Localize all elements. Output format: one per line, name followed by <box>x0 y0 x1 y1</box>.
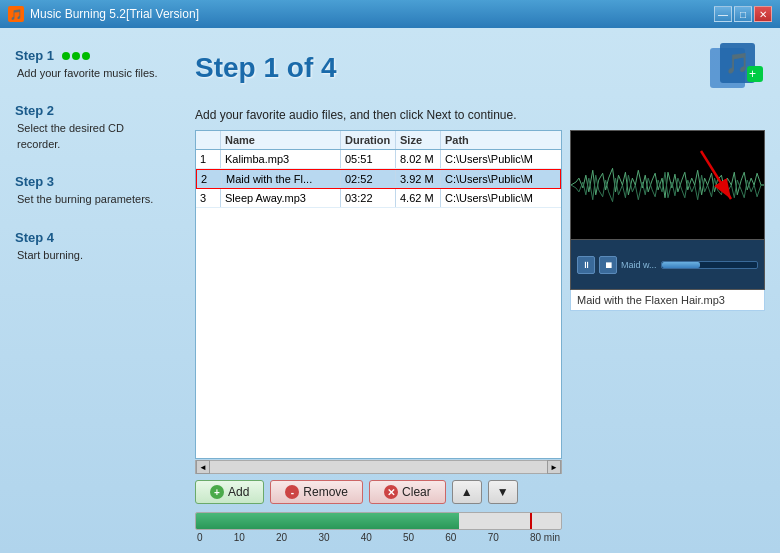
row3-name: Sleep Away.mp3 <box>221 189 341 207</box>
svg-text:🎵: 🎵 <box>725 51 750 75</box>
row1-path: C:\Users\Public\M <box>441 150 561 168</box>
row2-num: 2 <box>197 170 222 188</box>
dot-3 <box>82 52 90 60</box>
content-area: Step 1 of 4 🎵 + Add your favorite audio … <box>185 28 780 553</box>
step-4-desc: Start burning. <box>15 248 170 263</box>
add-button[interactable]: + Add <box>195 480 264 504</box>
timeline-fill <box>196 513 459 529</box>
row3-path: C:\Users\Public\M <box>441 189 561 207</box>
timeline-area: 0 10 20 30 40 50 60 70 80 min <box>195 512 562 543</box>
row2-name: Maid with the Fl... <box>222 170 341 188</box>
clear-button[interactable]: ✕ Clear <box>369 480 446 504</box>
preview-track-label: Maid with the Flaxen Hair.mp3 <box>570 290 765 311</box>
instruction-text: Add your favorite audio files, and then … <box>195 108 765 122</box>
empty-table-area <box>196 208 561 288</box>
col-path: Path <box>441 131 561 149</box>
row1-duration: 05:51 <box>341 150 396 168</box>
move-down-button[interactable]: ▼ <box>488 480 518 504</box>
table-header: Name Duration Size Path <box>196 131 561 150</box>
remove-icon: - <box>285 485 299 499</box>
col-name: Name <box>221 131 341 149</box>
col-size: Size <box>396 131 441 149</box>
row1-num: 1 <box>196 150 221 168</box>
move-up-button[interactable]: ▲ <box>452 480 482 504</box>
main-container: Step 1 Add your favorite music files. St… <box>0 28 780 553</box>
title-bar: 🎵 Music Burning 5.2[Trial Version] — □ ✕ <box>0 0 780 28</box>
horizontal-scrollbar[interactable]: ◄ ► <box>195 460 562 474</box>
scroll-track[interactable] <box>210 461 547 473</box>
player-progress-bar[interactable] <box>661 261 758 269</box>
stop-button[interactable]: ⏹ <box>599 256 617 274</box>
timeline-labels: 0 10 20 30 40 50 60 70 80 min <box>195 532 562 543</box>
step-3-desc: Set the burning parameters. <box>15 192 170 207</box>
preview-panel: ⏸ ⏹ Maid w... Maid with the Flaxen Hair.… <box>570 130 765 543</box>
svg-text:+: + <box>749 67 756 81</box>
table-row[interactable]: 1 Kalimba.mp3 05:51 8.02 M C:\Users\Publ… <box>196 150 561 169</box>
timeline-marker <box>530 513 532 529</box>
step-2-title: Step 2 <box>15 103 170 118</box>
row3-num: 3 <box>196 189 221 207</box>
waveform-svg <box>571 131 764 239</box>
step-1-dots <box>62 52 90 60</box>
header-section: Step 1 of 4 🎵 + <box>195 38 765 98</box>
dot-2 <box>72 52 80 60</box>
player-progress-fill <box>662 262 700 268</box>
file-table: Name Duration Size Path 1 Kalimba.mp3 05… <box>195 130 562 459</box>
close-button[interactable]: ✕ <box>754 6 772 22</box>
add-icon: + <box>210 485 224 499</box>
file-action-buttons: + Add - Remove ✕ Clear ▲ ▼ <box>195 480 562 504</box>
col-duration: Duration <box>341 131 396 149</box>
table-section: Name Duration Size Path 1 Kalimba.mp3 05… <box>195 130 562 543</box>
scroll-right-arrow[interactable]: ► <box>547 460 561 474</box>
sidebar-step-4: Step 4 Start burning. <box>15 230 170 263</box>
waveform-area <box>570 130 765 240</box>
col-num <box>196 131 221 149</box>
window-controls: — □ ✕ <box>714 6 772 22</box>
table-row[interactable]: 2 Maid with the Fl... 02:52 3.92 M C:\Us… <box>196 169 561 189</box>
dot-1 <box>62 52 70 60</box>
sidebar-step-3: Step 3 Set the burning parameters. <box>15 174 170 207</box>
app-icon: 🎵 <box>8 6 24 22</box>
pause-button[interactable]: ⏸ <box>577 256 595 274</box>
row2-path: C:\Users\Public\M <box>441 170 560 188</box>
row2-duration: 02:52 <box>341 170 396 188</box>
row3-size: 4.62 M <box>396 189 441 207</box>
app-logo: 🎵 + <box>705 38 765 98</box>
step-3-title: Step 3 <box>15 174 170 189</box>
row1-size: 8.02 M <box>396 150 441 168</box>
step-heading: Step 1 of 4 <box>195 52 337 84</box>
player-area: ⏸ ⏹ Maid w... <box>570 240 765 290</box>
sidebar-step-2: Step 2 Select the desired CD recorder. <box>15 103 170 152</box>
logo-area: 🎵 + <box>705 38 765 98</box>
svg-rect-5 <box>571 131 764 239</box>
window-title: Music Burning 5.2[Trial Version] <box>30 7 199 21</box>
remove-button[interactable]: - Remove <box>270 480 363 504</box>
row1-name: Kalimba.mp3 <box>221 150 341 168</box>
row3-duration: 03:22 <box>341 189 396 207</box>
row2-size: 3.92 M <box>396 170 441 188</box>
middle-section: Name Duration Size Path 1 Kalimba.mp3 05… <box>195 130 765 543</box>
sidebar: Step 1 Add your favorite music files. St… <box>0 28 185 553</box>
step-1-desc: Add your favorite music files. <box>15 66 170 81</box>
scroll-left-arrow[interactable]: ◄ <box>196 460 210 474</box>
table-row[interactable]: 3 Sleep Away.mp3 03:22 4.62 M C:\Users\P… <box>196 189 561 208</box>
clear-icon: ✕ <box>384 485 398 499</box>
step-4-title: Step 4 <box>15 230 170 245</box>
step-1-title: Step 1 <box>15 48 170 63</box>
step-2-desc: Select the desired CD recorder. <box>15 121 170 152</box>
minimize-button[interactable]: — <box>714 6 732 22</box>
player-track-name: Maid w... <box>621 260 657 270</box>
maximize-button[interactable]: □ <box>734 6 752 22</box>
timeline-bar[interactable] <box>195 512 562 530</box>
sidebar-step-1: Step 1 Add your favorite music files. <box>15 48 170 81</box>
